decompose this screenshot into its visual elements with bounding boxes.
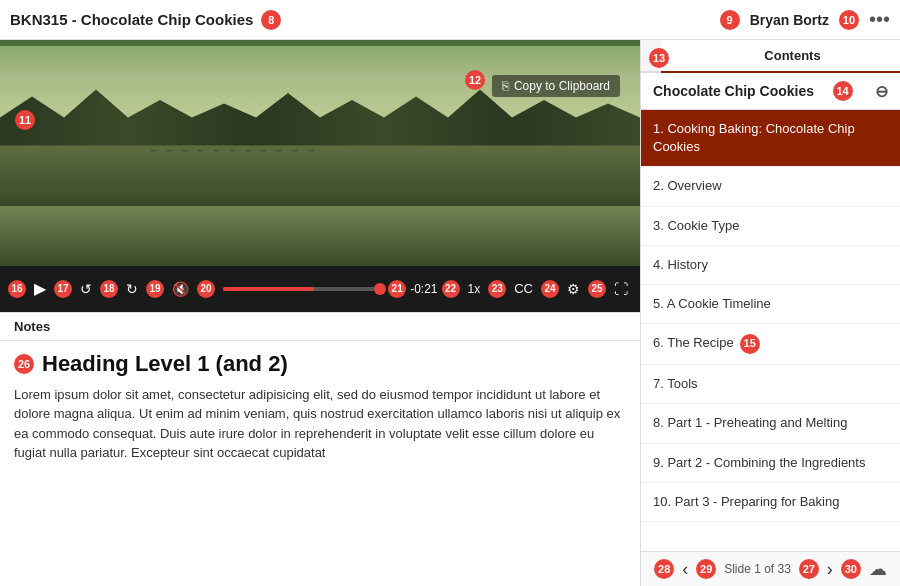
- right-panel-tabs: 13 Contents: [641, 40, 900, 73]
- content-heading: 26 Heading Level 1 (and 2): [14, 351, 626, 377]
- video-controls-bar: 16 ▶ 17 ↺ 18 ↻ 19 🔇 20 21 -0:21 22 1x 23…: [0, 266, 640, 312]
- badge-12: 12: [465, 70, 485, 90]
- rewind-button[interactable]: ↺: [76, 279, 96, 299]
- bottom-navigation: 28 ‹ 29 Slide 1 of 33 27 › 30 ☁: [641, 551, 900, 586]
- contents-item-2[interactable]: 2. Overview: [641, 167, 900, 206]
- badge-13: 13: [649, 48, 669, 68]
- badge-11: 11: [15, 110, 35, 130]
- contents-item-8[interactable]: 8. Part 1 - Preheating and Melting: [641, 404, 900, 443]
- contents-item-6[interactable]: 6. The Recipe15: [641, 324, 900, 365]
- badge-22: 22: [442, 280, 460, 298]
- badge-28: 28: [654, 559, 674, 579]
- clipboard-icon: ⎘: [502, 79, 509, 93]
- badge-26: 26: [14, 354, 34, 374]
- badge-29: 29: [696, 559, 716, 579]
- video-birds: ⌣ ⌣ ⌣ ⌣ ⌣ ⌣ ⌣ ⌣ ⌣ ⌣ ⌣: [150, 144, 318, 156]
- contents-item-1[interactable]: 1. Cooking Baking: Chocolate Chip Cookie…: [641, 110, 900, 167]
- contents-header: Chocolate Chip Cookies 14 ⊖: [641, 73, 900, 110]
- left-panel: ⌣ ⌣ ⌣ ⌣ ⌣ ⌣ ⌣ ⌣ ⌣ ⌣ ⌣ 11 12 ⎘ Copy to Cl…: [0, 40, 640, 586]
- cloud-icon[interactable]: ☁: [869, 558, 887, 580]
- badge-18: 18: [100, 280, 118, 298]
- collapse-icon[interactable]: ⊖: [875, 82, 888, 101]
- notes-tabs: Notes: [0, 313, 640, 341]
- video-player[interactable]: ⌣ ⌣ ⌣ ⌣ ⌣ ⌣ ⌣ ⌣ ⌣ ⌣ ⌣ 11 12 ⎘ Copy to Cl…: [0, 40, 640, 266]
- slide-info: Slide 1 of 33: [724, 562, 791, 576]
- prev-button[interactable]: ‹: [682, 559, 688, 580]
- copy-clipboard-button[interactable]: ⎘ Copy to Clipboard: [492, 75, 620, 97]
- more-options-icon[interactable]: •••: [869, 8, 890, 31]
- contents-item-3[interactable]: 3. Cookie Type: [641, 207, 900, 246]
- volume-button[interactable]: 🔇: [168, 279, 193, 299]
- badge-9: 9: [720, 10, 740, 30]
- document-title: BKN315 - Chocolate Chip Cookies: [10, 11, 253, 28]
- contents-item-5[interactable]: 5. A Cookie Timeline: [641, 285, 900, 324]
- badge-8: 8: [261, 10, 281, 30]
- badge-24: 24: [541, 280, 559, 298]
- notes-area: Notes: [0, 312, 640, 341]
- top-bar: BKN315 - Chocolate Chip Cookies 8 9 Brya…: [0, 0, 900, 40]
- top-bar-right: 9 Bryan Bortz 10 •••: [720, 8, 890, 31]
- top-bar-left: BKN315 - Chocolate Chip Cookies 8: [10, 10, 720, 30]
- copy-clipboard-label: Copy to Clipboard: [514, 79, 610, 93]
- username: Bryan Bortz: [750, 12, 829, 28]
- progress-dot: [374, 283, 386, 295]
- contents-title: Chocolate Chip Cookies: [653, 83, 814, 99]
- content-paragraph: Lorem ipsum dolor sit amet, consectetur …: [14, 385, 626, 463]
- speed-button[interactable]: 1x: [464, 280, 485, 298]
- fullscreen-button[interactable]: ⛶: [610, 279, 632, 299]
- notes-tab[interactable]: Notes: [0, 313, 64, 340]
- badge-23: 23: [488, 280, 506, 298]
- forward-button[interactable]: ↻: [122, 279, 142, 299]
- badge-30: 30: [841, 559, 861, 579]
- contents-item-4[interactable]: 4. History: [641, 246, 900, 285]
- badge-20: 20: [197, 280, 215, 298]
- badge-15: 15: [740, 334, 760, 354]
- right-panel: 13 Contents Chocolate Chip Cookies 14 ⊖ …: [640, 40, 900, 586]
- badge-14: 14: [833, 81, 853, 101]
- badge-10: 10: [839, 10, 859, 30]
- badge-21: 21: [388, 280, 406, 298]
- badge-25: 25: [588, 280, 606, 298]
- tab-contents[interactable]: Contents: [661, 40, 900, 73]
- settings-button[interactable]: ⚙: [563, 279, 584, 299]
- badge-16: 16: [8, 280, 26, 298]
- contents-item-9[interactable]: 9. Part 2 - Combining the Ingredients: [641, 444, 900, 483]
- badge-17: 17: [54, 280, 72, 298]
- text-content: 26 Heading Level 1 (and 2) Lorem ipsum d…: [0, 341, 640, 587]
- subtitles-button[interactable]: CC: [510, 279, 537, 298]
- contents-item-10[interactable]: 10. Part 3 - Preparing for Baking: [641, 483, 900, 522]
- play-button[interactable]: ▶: [30, 277, 50, 300]
- progress-bar[interactable]: [223, 287, 380, 291]
- main-content: ⌣ ⌣ ⌣ ⌣ ⌣ ⌣ ⌣ ⌣ ⌣ ⌣ ⌣ 11 12 ⎘ Copy to Cl…: [0, 40, 900, 586]
- progress-fill: [223, 287, 314, 291]
- badge-27: 27: [799, 559, 819, 579]
- next-button[interactable]: ›: [827, 559, 833, 580]
- heading-text: Heading Level 1 (and 2): [42, 351, 288, 377]
- badge-19: 19: [146, 280, 164, 298]
- time-display: -0:21: [410, 282, 437, 296]
- contents-list: 1. Cooking Baking: Chocolate Chip Cookie…: [641, 110, 900, 551]
- contents-item-7[interactable]: 7. Tools: [641, 365, 900, 404]
